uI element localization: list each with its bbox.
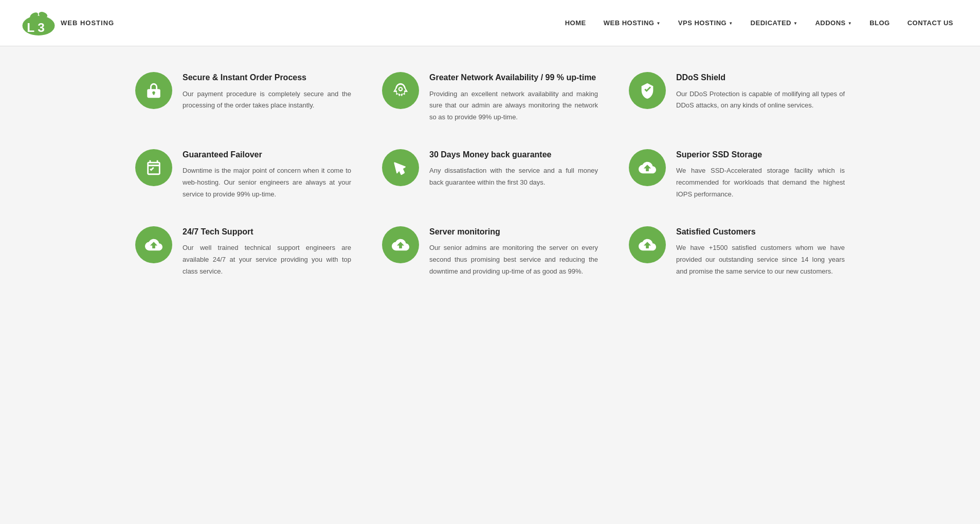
feature-desc-2: Our DDoS Protection is capable of mollif… <box>676 88 845 112</box>
feature-desc-7: Our senior admins are monitoring the ser… <box>429 242 598 277</box>
chevron-down-icon: ▼ <box>848 21 852 26</box>
feature-icon-cloud-upload <box>135 226 172 263</box>
feature-desc-5: We have SSD-Accelerated storage facility… <box>676 165 845 200</box>
feature-item-6: 24/7 Tech Support Our well trained techn… <box>135 226 351 278</box>
feature-desc-8: We have +1500 satisfied customers whom w… <box>676 242 845 277</box>
feature-icon-shield <box>629 72 666 109</box>
chevron-down-icon: ▼ <box>793 21 797 26</box>
feature-text-4: 30 Days Money back guarantee Any dissati… <box>429 149 598 189</box>
nav-item-contact[interactable]: CONTACT US <box>901 15 959 31</box>
features-section: Secure & Instant Order Process Our payme… <box>104 46 876 303</box>
feature-title-6: 24/7 Tech Support <box>183 226 351 238</box>
feature-item-1: Greater Network Availability / 99 % up-t… <box>382 72 598 123</box>
feature-text-5: Superior SSD Storage We have SSD-Acceler… <box>676 149 845 201</box>
features-grid: Secure & Instant Order Process Our payme… <box>135 72 845 278</box>
chevron-down-icon: ▼ <box>656 21 660 26</box>
feature-text-1: Greater Network Availability / 99 % up-t… <box>429 72 598 123</box>
feature-desc-4: Any dissatisfaction with the service and… <box>429 165 598 189</box>
svg-text:3: 3 <box>38 21 45 34</box>
feature-icon-calendar-check <box>135 149 172 186</box>
feature-title-4: 30 Days Money back guarantee <box>429 149 598 160</box>
feature-item-5: Superior SSD Storage We have SSD-Acceler… <box>629 149 845 201</box>
feature-title-0: Secure & Instant Order Process <box>183 72 351 83</box>
feature-item-2: DDoS Shield Our DDoS Protection is capab… <box>629 72 845 123</box>
nav-link-blog[interactable]: BLOG <box>863 15 896 31</box>
feature-desc-1: Providing an excellent network availabil… <box>429 88 598 123</box>
feature-text-2: DDoS Shield Our DDoS Protection is capab… <box>676 72 845 112</box>
feature-title-1: Greater Network Availability / 99 % up-t… <box>429 72 598 83</box>
feature-title-7: Server monitoring <box>429 226 598 238</box>
feature-icon-lock <box>135 72 172 109</box>
nav-link-dedicated[interactable]: DEDICATED ▼ <box>745 15 804 31</box>
nav-links: HOME WEB HOSTING ▼ VPS HOSTING ▼ DEDICAT… <box>559 15 959 31</box>
logo-link[interactable]: L 3 WEB HOSTING <box>21 8 114 39</box>
nav-link-addons[interactable]: ADDONS ▼ <box>809 15 858 31</box>
feature-text-6: 24/7 Tech Support Our well trained techn… <box>183 226 351 278</box>
feature-title-5: Superior SSD Storage <box>676 149 845 160</box>
feature-desc-6: Our well trained technical support engin… <box>183 242 351 277</box>
svg-text:L: L <box>27 21 34 34</box>
nav-link-web-hosting[interactable]: WEB HOSTING ▼ <box>597 15 667 31</box>
navbar: L 3 WEB HOSTING HOME WEB HOSTING ▼ VPS H… <box>0 0 980 46</box>
feature-item-3: Guaranteed Failover Downtime is the majo… <box>135 149 351 201</box>
feature-text-7: Server monitoring Our senior admins are … <box>429 226 598 278</box>
feature-item-7: Server monitoring Our senior admins are … <box>382 226 598 278</box>
logo-svg: L 3 <box>21 8 57 39</box>
feature-icon-cloud-upload <box>629 226 666 263</box>
nav-link-home[interactable]: HOME <box>559 15 592 31</box>
nav-link-vps-hosting[interactable]: VPS HOSTING ▼ <box>672 15 739 31</box>
feature-title-3: Guaranteed Failover <box>183 149 351 160</box>
feature-title-8: Satisfied Customers <box>676 226 845 238</box>
feature-desc-3: Downtime is the major point of concern w… <box>183 165 351 200</box>
feature-item-0: Secure & Instant Order Process Our payme… <box>135 72 351 123</box>
feature-text-8: Satisfied Customers We have +1500 satisf… <box>676 226 845 278</box>
logo-text: WEB HOSTING <box>61 19 114 27</box>
nav-item-web-hosting[interactable]: WEB HOSTING ▼ <box>597 15 667 31</box>
nav-item-addons[interactable]: ADDONS ▼ <box>809 15 858 31</box>
nav-item-dedicated[interactable]: DEDICATED ▼ <box>745 15 804 31</box>
nav-item-vps-hosting[interactable]: VPS HOSTING ▼ <box>672 15 739 31</box>
nav-item-home[interactable]: HOME <box>559 15 592 31</box>
feature-desc-0: Our payment procedure is completely secu… <box>183 88 351 112</box>
feature-item-8: Satisfied Customers We have +1500 satisf… <box>629 226 845 278</box>
feature-text-0: Secure & Instant Order Process Our payme… <box>183 72 351 112</box>
feature-icon-cursor <box>382 149 419 186</box>
chevron-down-icon: ▼ <box>729 21 733 26</box>
feature-icon-cloud-upload <box>629 149 666 186</box>
nav-item-blog[interactable]: BLOG <box>863 15 896 31</box>
feature-text-3: Guaranteed Failover Downtime is the majo… <box>183 149 351 201</box>
feature-icon-rocket <box>382 72 419 109</box>
feature-item-4: 30 Days Money back guarantee Any dissati… <box>382 149 598 201</box>
feature-title-2: DDoS Shield <box>676 72 845 83</box>
feature-icon-cloud-upload <box>382 226 419 263</box>
nav-link-contact[interactable]: CONTACT US <box>901 15 959 31</box>
